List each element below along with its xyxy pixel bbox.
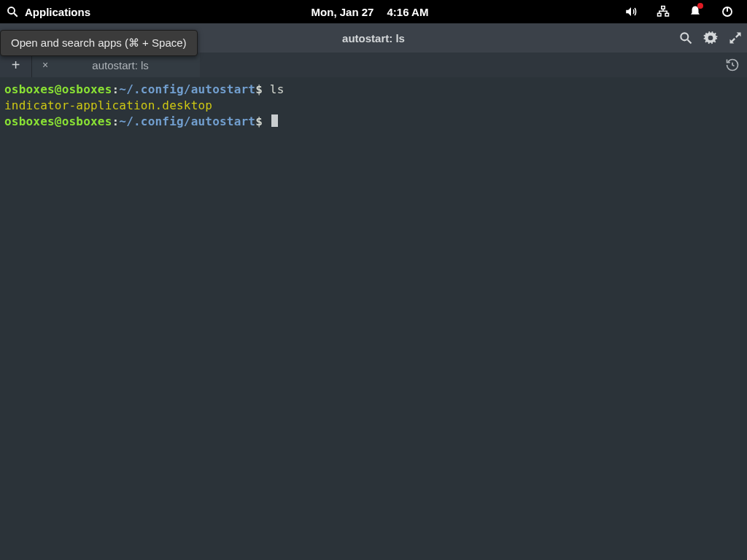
- terminal-tab-bar: + × autostart: ls: [0, 52, 747, 77]
- svg-rect-3: [658, 13, 662, 16]
- prompt-user: osboxes@osboxes: [4, 114, 112, 128]
- prompt-sep: :: [112, 114, 120, 128]
- terminal-content[interactable]: osboxes@osboxes:~/.config/autostart$ ls …: [0, 77, 747, 134]
- notifications-icon[interactable]: [689, 5, 702, 18]
- terminal-tab[interactable]: × autostart: ls: [32, 52, 200, 77]
- desktop-top-panel: Applications Mon, Jan 27 4:16 AM: [0, 0, 747, 23]
- terminal-cursor: [271, 114, 278, 127]
- tab-title: autostart: ls: [58, 59, 190, 71]
- notification-badge: [697, 3, 703, 9]
- close-tab-icon[interactable]: ×: [42, 59, 48, 71]
- panel-left-group: Applications: [6, 5, 249, 18]
- panel-date[interactable]: Mon, Jan 27: [311, 6, 374, 18]
- svg-point-7: [681, 33, 688, 40]
- terminal-line: indicator-application.desktop: [4, 98, 743, 114]
- svg-line-8: [688, 40, 692, 44]
- prompt-path: ~/.config/autostart: [119, 114, 255, 128]
- prompt-dollar: $: [255, 114, 263, 128]
- new-tab-button[interactable]: +: [0, 52, 32, 77]
- gear-icon[interactable]: [703, 31, 718, 45]
- tooltip-text: Open and search apps (⌘ + Space): [11, 36, 187, 49]
- prompt-sep: :: [112, 82, 120, 96]
- svg-line-1: [14, 13, 18, 17]
- applications-menu-label[interactable]: Applications: [25, 6, 90, 18]
- applications-tooltip: Open and search apps (⌘ + Space): [0, 30, 198, 56]
- window-action-group: [678, 31, 743, 45]
- prompt-dollar: $: [255, 82, 263, 96]
- panel-right-group: [491, 5, 741, 18]
- search-icon[interactable]: [6, 5, 19, 18]
- volume-icon[interactable]: [624, 5, 638, 18]
- panel-time[interactable]: 4:16 AM: [387, 6, 428, 18]
- panel-center-group: Mon, Jan 27 4:16 AM: [249, 6, 492, 18]
- output-text: indicator-application.desktop: [4, 98, 212, 112]
- terminal-line: osboxes@osboxes:~/.config/autostart$: [4, 114, 743, 130]
- history-button[interactable]: [725, 52, 740, 77]
- plus-icon: +: [12, 57, 20, 74]
- titlebar-search-icon[interactable]: [678, 31, 693, 45]
- svg-rect-2: [662, 7, 665, 9]
- svg-point-0: [8, 7, 15, 14]
- terminal-line: osboxes@osboxes:~/.config/autostart$ ls: [4, 82, 743, 98]
- prompt-user: osboxes@osboxes: [4, 82, 112, 96]
- power-icon[interactable]: [721, 5, 734, 18]
- network-icon[interactable]: [657, 5, 670, 18]
- restore-window-icon[interactable]: [728, 31, 743, 45]
- svg-rect-4: [665, 13, 669, 16]
- command-text: ls: [270, 82, 285, 96]
- prompt-path: ~/.config/autostart: [119, 82, 255, 96]
